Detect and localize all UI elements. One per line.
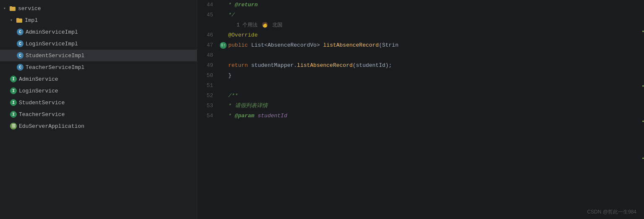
code-content: * @param studentId <box>228 111 287 121</box>
code-line-47: 47 I↑ public List<AbsenceRecordVo> listA… <box>197 40 640 50</box>
code-line-48: 48 <box>197 50 640 61</box>
line-number: 54 <box>197 111 218 121</box>
sidebar-item-label: StudentService <box>19 100 65 106</box>
folder-icon <box>9 5 16 12</box>
sidebar-item-label: AdminServiceImpl <box>26 29 78 35</box>
sidebar-item-loginservice[interactable]: I LoginService <box>0 85 197 97</box>
code-line-50: 50 } <box>197 71 640 81</box>
code-content: * @return <box>228 0 258 10</box>
sidebar-item-label: TeacherService <box>19 111 65 118</box>
line-number: 48 <box>197 50 218 61</box>
svg-rect-1 <box>10 6 12 8</box>
class-icon: C <box>17 40 23 47</box>
code-line-54: 54 * @param studentId <box>197 111 640 121</box>
interface-icon: I <box>10 76 17 82</box>
app-icon: ☰ <box>10 123 17 129</box>
code-line-53: 53 * 请假列表详情 <box>197 101 640 111</box>
sidebar-item-label: AdminService <box>19 76 58 82</box>
sidebar-item-loginserviceimpl[interactable]: C LoginServiceImpl <box>0 38 197 50</box>
sidebar-item-teacherservice[interactable]: I TeacherService <box>0 108 197 120</box>
code-content: } <box>228 71 232 81</box>
sidebar-item-studentservice[interactable]: I StudentService <box>0 97 197 108</box>
line-number: 45 <box>197 10 218 20</box>
code-content: */ <box>228 10 235 20</box>
sidebar-item-label: service <box>18 5 41 12</box>
sidebar-item-adminserviceimpl[interactable]: C AdminServiceImpl <box>0 26 197 38</box>
line-number: 44 <box>197 0 218 10</box>
scrollbar-mark <box>642 121 644 122</box>
line-number: 52 <box>197 91 218 101</box>
code-content: * 请假列表详情 <box>228 101 268 111</box>
chevron-icon: ▾ <box>10 18 16 23</box>
code-line-52: 52 /** <box>197 91 640 101</box>
usage-count: 1 个用法 <box>237 20 258 30</box>
gutter: I↑ <box>218 42 228 49</box>
interface-icon: I <box>10 87 17 94</box>
sidebar-item-service[interactable]: ▾ service <box>0 3 197 14</box>
class-icon: C <box>17 29 23 35</box>
code-line-44: 44 * @return <box>197 0 640 10</box>
line-number: 51 <box>197 81 218 91</box>
line-number: 47 <box>197 40 218 50</box>
sidebar-item-studentserviceimpl[interactable]: C StudentServiceImpl <box>0 50 197 61</box>
sidebar-item-label: LoginService <box>19 88 58 94</box>
class-icon: C <box>17 52 23 59</box>
sidebar-item-label: TeacherServiceImpl <box>26 64 84 71</box>
code-meta-line: 1 个用法 🧑 北国 <box>197 20 640 30</box>
chevron-icon: ▾ <box>3 6 9 11</box>
sidebar-item-label: EduServerApplication <box>19 123 84 129</box>
sidebar-item-label: Impl <box>25 17 38 24</box>
code-line-46: 46 @Override <box>197 30 640 40</box>
class-icon: C <box>17 64 23 71</box>
usage-location: 北国 <box>272 20 282 30</box>
code-editor[interactable]: 44 * @return 45 */ 1 个用法 🧑 北国 46 @Overri… <box>197 0 644 219</box>
scrollbar-mark <box>642 85 644 87</box>
scrollbar-mark <box>642 31 644 32</box>
code-content: /** <box>228 91 238 101</box>
usage-icon: 🧑 <box>262 20 268 30</box>
line-number: 49 <box>197 61 218 71</box>
line-number: 53 <box>197 101 218 111</box>
code-content: public List<AbsenceRecordVo> listAbsence… <box>228 40 399 50</box>
code-content: @Override <box>228 30 258 40</box>
watermark: CSDN @哲此一生984 <box>587 208 636 216</box>
code-line-51: 51 <box>197 81 640 91</box>
sidebar-item-label: StudentServiceImpl <box>26 53 84 59</box>
scrollbar-track[interactable] <box>640 0 644 219</box>
file-tree: ▾ service ▾ Impl C AdminServiceImpl C Lo… <box>0 0 197 219</box>
sidebar-item-adminservice[interactable]: I AdminService <box>0 73 197 85</box>
scrollbar-mark <box>642 158 644 159</box>
interface-icon: I <box>10 111 17 118</box>
line-number: 46 <box>197 30 218 40</box>
impl-indicator: I↑ <box>220 42 227 49</box>
folder-icon <box>16 17 23 24</box>
svg-rect-3 <box>16 18 19 19</box>
code-content: return studentMapper.listAbsenceRecord(s… <box>228 61 392 71</box>
interface-icon: I <box>10 99 17 106</box>
code-line-45: 45 */ <box>197 10 640 20</box>
sidebar-item-eduserverapplication[interactable]: ☰ EduServerApplication <box>0 120 197 132</box>
line-number: 50 <box>197 71 218 81</box>
sidebar-item-teacherserviceimpl[interactable]: C TeacherServiceImpl <box>0 61 197 73</box>
code-line-49: 49 return studentMapper.listAbsenceRecor… <box>197 61 640 71</box>
sidebar-item-impl[interactable]: ▾ Impl <box>0 14 197 26</box>
sidebar-item-label: LoginServiceImpl <box>26 41 78 47</box>
